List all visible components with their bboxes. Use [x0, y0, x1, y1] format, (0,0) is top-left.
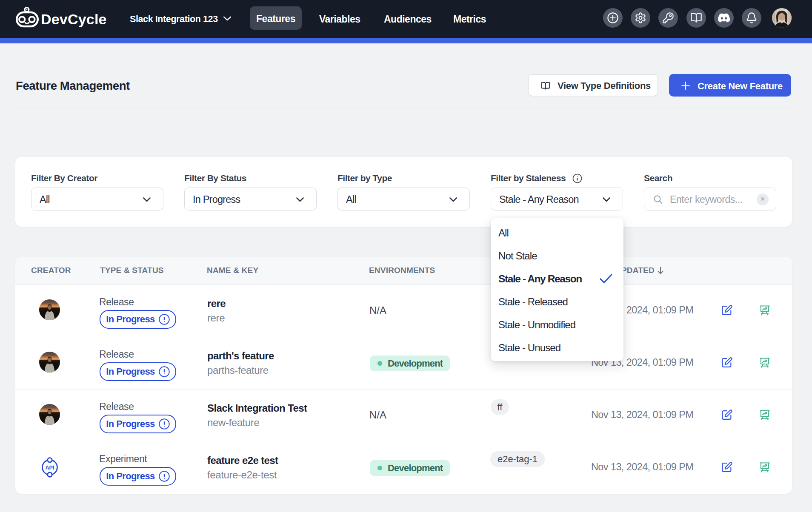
- svg-text:API: API: [46, 465, 54, 471]
